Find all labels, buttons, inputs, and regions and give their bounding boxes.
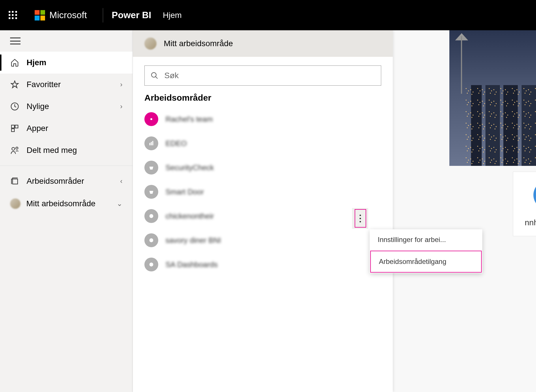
nav-label: Favoritter — [27, 80, 61, 89]
nav-my-workspace[interactable]: Mitt arbeidsområde ⌄ — [0, 192, 133, 215]
svg-point-5 — [16, 147, 18, 149]
nav-divider — [0, 166, 133, 166]
svg-point-12 — [149, 214, 153, 218]
workspace-label: SA Dashboards — [165, 260, 218, 269]
workspace-item[interactable]: Rachel's team — [133, 107, 393, 131]
workspace-search-input[interactable]: Søk — [144, 65, 381, 86]
svg-rect-1 — [12, 125, 14, 128]
menu-workspace-settings[interactable]: Innstillinger for arbei... — [370, 229, 482, 250]
workspace-item[interactable]: EDEO — [133, 131, 393, 155]
microsoft-text: Microsoft — [49, 10, 87, 20]
nav-label: Mitt arbeidsområde — [26, 199, 96, 208]
card-label: nnhold — [525, 218, 536, 227]
svg-rect-6 — [13, 179, 18, 184]
workspace-avatar: B — [533, 181, 536, 209]
workspace-icon — [144, 112, 158, 126]
microsoft-logo[interactable]: Microsoft — [35, 10, 87, 20]
workspace-item[interactable]: SA Dashboards — [133, 252, 393, 277]
page-title: Hjem — [163, 11, 182, 20]
more-options-button[interactable] — [352, 208, 368, 229]
nav-label: Delt med meg — [27, 146, 77, 155]
workspace-label: Smart Door — [165, 187, 204, 196]
nav-label: Arbeidsområder — [27, 177, 84, 186]
nav-label: Hjem — [27, 58, 46, 67]
workspace-icon — [144, 233, 158, 247]
workspace-icon — [144, 161, 158, 175]
svg-rect-3 — [12, 129, 14, 132]
workspace-icon — [144, 185, 158, 199]
workspace-flyout: Mitt arbeidsområde Søk Arbeidsområder Ra… — [133, 30, 393, 392]
shared-icon — [10, 146, 19, 155]
svg-point-4 — [12, 147, 15, 150]
workspaces-icon — [10, 177, 19, 186]
svg-rect-2 — [15, 125, 18, 128]
svg-point-13 — [149, 238, 153, 242]
content-card[interactable]: B nnhold — [513, 172, 536, 236]
avatar-icon — [144, 37, 157, 50]
chevron-right-icon: › — [120, 80, 122, 89]
apps-icon — [10, 124, 19, 133]
chevron-left-icon: ‹ — [120, 177, 122, 185]
svg-point-7 — [152, 73, 156, 77]
nav-favorites[interactable]: Favoritter › — [0, 74, 133, 95]
workspace-context-menu: Innstillinger for arbei... Arbeidsområde… — [370, 229, 482, 273]
svg-rect-10 — [151, 142, 152, 145]
star-icon — [10, 80, 19, 89]
clock-icon — [10, 102, 19, 111]
search-icon — [150, 72, 159, 80]
home-icon — [10, 58, 19, 67]
main-area: Hjem Favoritter › Nylige › Apper — [0, 30, 536, 392]
workspace-item[interactable]: SecurityCheck — [133, 155, 393, 180]
nav-workspaces[interactable]: Arbeidsområder ‹ — [0, 170, 133, 192]
nav-home[interactable]: Hjem — [0, 52, 133, 74]
background-image — [449, 30, 536, 166]
microsoft-logo-icon — [35, 10, 45, 20]
chevron-down-icon: ⌄ — [117, 200, 122, 208]
app-header: Microsoft Power BI Hjem — [0, 0, 536, 30]
nav-label: Apper — [27, 124, 48, 133]
svg-point-14 — [149, 262, 153, 266]
search-placeholder: Søk — [164, 71, 179, 80]
workspace-item[interactable]: savory diner BNI — [133, 228, 393, 252]
workspace-label: savory diner BNI — [165, 236, 221, 245]
nav-label: Nylige — [27, 102, 49, 111]
my-workspace-header[interactable]: Mitt arbeidsområde — [133, 30, 393, 57]
chevron-right-icon: › — [120, 102, 122, 110]
avatar-icon — [10, 198, 21, 209]
workspace-icon — [144, 258, 158, 271]
nav-shared[interactable]: Delt med meg — [0, 139, 133, 161]
menu-workspace-access[interactable]: Arbeidsområdetilgang — [370, 251, 482, 273]
header-divider — [103, 8, 103, 22]
nav-recent[interactable]: Nylige › — [0, 95, 133, 117]
more-icon — [360, 215, 361, 222]
workspace-item[interactable]: Smart Door — [133, 180, 393, 204]
hamburger-icon — [10, 37, 21, 44]
workspace-icon — [144, 209, 158, 223]
sidebar: Hjem Favoritter › Nylige › Apper — [0, 30, 133, 392]
nav-apps[interactable]: Apper — [0, 117, 133, 139]
product-name[interactable]: Power BI — [112, 10, 151, 20]
hamburger-button[interactable] — [0, 30, 133, 52]
app-launcher-icon[interactable] — [9, 11, 17, 20]
workspace-label: chickenontheir — [165, 212, 214, 221]
workspace-label: Rachel's team — [165, 115, 213, 124]
workspace-icon — [144, 136, 158, 150]
workspace-title: Mitt arbeidsområde — [164, 39, 233, 48]
workspace-label: SecurityCheck — [165, 163, 214, 172]
content-area: B nnhold Mitt arbeidsområde Søk Arbeidso… — [133, 30, 536, 392]
svg-rect-9 — [149, 143, 150, 145]
workspaces-section-title: Arbeidsområder — [133, 93, 393, 107]
svg-rect-11 — [152, 141, 153, 145]
workspace-label: EDEO — [165, 139, 187, 148]
svg-point-8 — [150, 118, 152, 120]
